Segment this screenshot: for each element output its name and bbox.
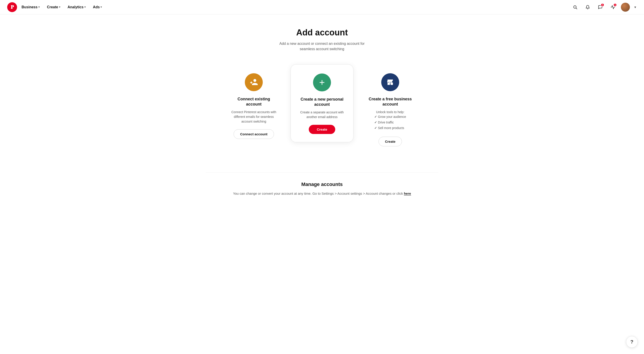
bell-icon <box>586 5 590 9</box>
create-personal-desc: Create a separate account with another e… <box>298 110 346 119</box>
activity-badge: 1 <box>613 3 617 7</box>
connect-existing-desc: Connect Pinterest accounts with differen… <box>230 110 278 124</box>
nav-item-create[interactable]: Create ▾ <box>44 3 63 11</box>
options-row: Connect existing account Connect Pintere… <box>206 64 438 154</box>
manage-description: You can change or convert your account a… <box>206 191 438 196</box>
page-subtitle: Add a new account or connect an existing… <box>206 41 438 52</box>
add-person-icon <box>245 73 263 91</box>
nav-business-chevron: ▾ <box>38 5 40 8</box>
messages-button[interactable]: 1 <box>596 3 605 12</box>
create-personal-card: Create a new personal account Create a s… <box>290 64 354 142</box>
nav-ads-label: Ads <box>93 5 100 9</box>
create-business-button[interactable]: Create <box>378 137 402 146</box>
nav-item-analytics[interactable]: Analytics ▾ <box>65 3 88 11</box>
nav-item-business[interactable]: Business ▾ <box>19 3 42 11</box>
plus-svg <box>318 78 326 86</box>
nav-right: 1 1 ▾ <box>570 3 637 12</box>
navigation: 𝐏 Business ▾ Create ▾ Analytics ▾ Ads ▾ <box>0 0 644 14</box>
manage-here-link[interactable]: here <box>404 191 411 195</box>
plus-icon <box>313 73 331 91</box>
connect-account-button[interactable]: Connect account <box>234 129 274 139</box>
search-icon <box>573 5 577 9</box>
create-personal-button[interactable]: Create <box>309 125 336 134</box>
store-svg <box>386 78 394 86</box>
nav-business-label: Business <box>22 5 38 9</box>
create-business-desc: Unlock tools to help: Grow your audience… <box>374 110 406 131</box>
business-feature-3: Sell more products <box>374 126 406 130</box>
nav-more-button[interactable]: ▾ <box>634 4 637 10</box>
messages-badge: 1 <box>601 3 604 7</box>
nav-ads-chevron: ▾ <box>100 5 102 8</box>
activity-button[interactable]: 1 <box>608 3 617 12</box>
nav-more-chevron: ▾ <box>634 5 636 9</box>
nav-analytics-label: Analytics <box>68 5 84 9</box>
business-feature-2: Drive traffic <box>374 120 406 125</box>
connect-existing-card: Connect existing account Connect Pintere… <box>222 64 285 147</box>
manage-title: Manage accounts <box>206 181 438 187</box>
notifications-button[interactable] <box>583 3 592 12</box>
store-icon <box>381 73 399 91</box>
nav-left: 𝐏 Business ▾ Create ▾ Analytics ▾ Ads ▾ <box>7 2 104 12</box>
business-feature-1: Grow your audience <box>374 115 406 119</box>
add-person-svg <box>250 78 258 86</box>
create-business-card: Create a free business account Unlock to… <box>359 64 422 154</box>
business-features-list: Grow your audience Drive traffic Sell mo… <box>374 115 406 130</box>
manage-section: Manage accounts You can change or conver… <box>206 172 438 196</box>
business-desc-prefix: Unlock tools to help: <box>376 110 404 114</box>
search-button[interactable] <box>570 3 580 12</box>
nav-item-ads[interactable]: Ads ▾ <box>90 3 104 11</box>
main-content: Add account Add a new account or connect… <box>198 14 446 210</box>
nav-create-label: Create <box>47 5 58 9</box>
user-avatar[interactable] <box>621 3 630 12</box>
pinterest-logo[interactable]: 𝐏 <box>7 2 17 12</box>
pinterest-p-letter: 𝐏 <box>11 4 14 10</box>
create-business-title: Create a free business account <box>366 97 414 107</box>
page-title: Add account <box>206 28 438 37</box>
avatar-image <box>621 3 630 12</box>
nav-create-chevron: ▾ <box>59 5 60 8</box>
create-personal-title: Create a new personal account <box>298 97 346 107</box>
connect-existing-title: Connect existing account <box>230 97 278 107</box>
nav-analytics-chevron: ▾ <box>84 5 86 8</box>
svg-line-1 <box>576 8 577 9</box>
